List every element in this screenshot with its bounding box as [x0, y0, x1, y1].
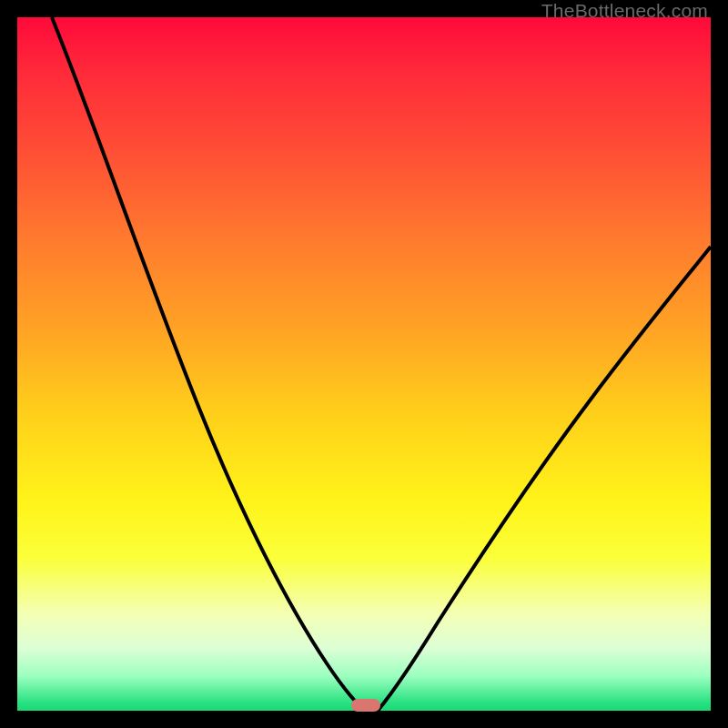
curve-left: [52, 17, 364, 711]
plot-area: [17, 17, 711, 711]
bottleneck-curve: [17, 17, 711, 711]
watermark-text: TheBottleneck.com: [541, 0, 708, 22]
optimum-marker: [351, 699, 380, 712]
chart-frame: TheBottleneck.com: [0, 0, 728, 728]
curve-right: [378, 247, 711, 711]
